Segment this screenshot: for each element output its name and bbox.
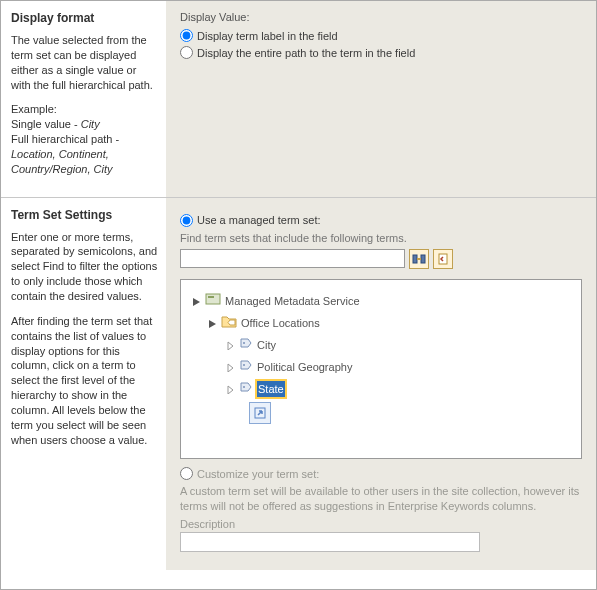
tag-icon <box>239 358 253 376</box>
expand-icon[interactable] <box>225 362 235 372</box>
find-term-input[interactable] <box>180 249 405 268</box>
service-icon <box>205 292 221 310</box>
reset-button[interactable] <box>433 249 453 269</box>
radio-managed-term-set-input[interactable] <box>180 214 193 227</box>
svg-rect-4 <box>206 294 220 304</box>
svg-rect-2 <box>417 258 421 260</box>
svg-point-8 <box>243 342 245 344</box>
display-format-title: Display format <box>11 11 158 25</box>
radio-display-label[interactable]: Display term label in the field <box>180 29 582 42</box>
display-value-label: Display Value: <box>180 11 582 23</box>
radio-customize-term-set[interactable]: Customize your term set: <box>180 467 582 480</box>
term-set-right: Use a managed term set: Find term sets t… <box>166 198 596 571</box>
expand-icon[interactable] <box>225 340 235 350</box>
tree-node-city[interactable]: City <box>191 334 571 356</box>
svg-marker-7 <box>241 339 251 347</box>
find-term-sets-label: Find term sets that include the followin… <box>180 231 582 246</box>
display-format-right: Display Value: Display term label in the… <box>166 1 596 197</box>
tree-node-political-geography[interactable]: Political Geography <box>191 356 571 378</box>
svg-rect-0 <box>413 255 417 263</box>
tree-node-root[interactable]: Managed Metadata Service <box>191 290 571 312</box>
svg-point-12 <box>243 386 245 388</box>
customize-term-desc: A custom term set will be available to o… <box>180 484 582 514</box>
term-set-title: Term Set Settings <box>11 208 158 222</box>
svg-rect-5 <box>208 296 214 298</box>
tag-icon <box>239 380 253 398</box>
selected-term-label: State <box>257 381 285 397</box>
find-button[interactable] <box>409 249 429 269</box>
term-set-desc: Enter one or more terms, separated by se… <box>11 230 158 448</box>
tree-node-state[interactable]: State <box>191 378 571 400</box>
open-popout-button[interactable] <box>249 402 271 424</box>
radio-display-path[interactable]: Display the entire path to the term in t… <box>180 46 582 59</box>
tree-node-office-locations[interactable]: Office Locations <box>191 312 571 334</box>
expand-icon[interactable] <box>225 384 235 394</box>
svg-marker-9 <box>241 361 251 369</box>
binoculars-icon <box>412 252 426 266</box>
document-reset-icon <box>436 252 450 266</box>
description-label: Description <box>180 518 582 530</box>
popout-arrow-icon <box>253 406 267 420</box>
svg-marker-6 <box>228 320 235 325</box>
radio-display-label-input[interactable] <box>180 29 193 42</box>
svg-rect-1 <box>421 255 425 263</box>
display-format-desc: The value selected from the term set can… <box>11 33 158 177</box>
term-set-left: Term Set Settings Enter one or more term… <box>1 198 166 571</box>
radio-display-path-input[interactable] <box>180 46 193 59</box>
term-tree: Managed Metadata Service Office Location… <box>180 279 582 459</box>
radio-customize-input[interactable] <box>180 467 193 480</box>
display-format-left: Display format The value selected from t… <box>1 1 166 197</box>
svg-marker-11 <box>241 383 251 391</box>
svg-point-10 <box>243 364 245 366</box>
collapse-icon[interactable] <box>207 318 217 328</box>
description-input[interactable] <box>180 532 480 552</box>
radio-managed-term-set[interactable]: Use a managed term set: <box>180 214 582 227</box>
tag-icon <box>239 336 253 354</box>
collapse-icon[interactable] <box>191 296 201 306</box>
folder-tag-icon <box>221 314 237 332</box>
